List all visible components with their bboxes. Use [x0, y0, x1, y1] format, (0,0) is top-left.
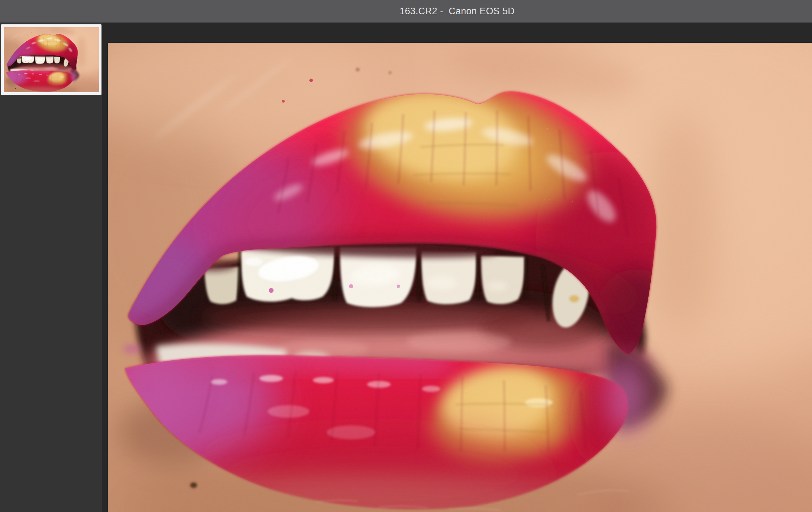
lips-photo — [108, 43, 812, 512]
window-title: 163.CR2 - Canon EOS 5D — [399, 6, 514, 17]
app-window: 163.CR2 - Canon EOS 5D — [0, 0, 812, 512]
thumbnail-sidebar — [0, 22, 102, 512]
main-viewer — [102, 22, 812, 512]
photo-canvas[interactable] — [108, 43, 812, 512]
title-bar-center: 163.CR2 - Canon EOS 5D — [102, 0, 812, 22]
thumbnail-image — [4, 27, 99, 92]
thumbnail-item[interactable] — [1, 24, 102, 95]
title-bar[interactable]: 163.CR2 - Canon EOS 5D — [0, 0, 812, 23]
